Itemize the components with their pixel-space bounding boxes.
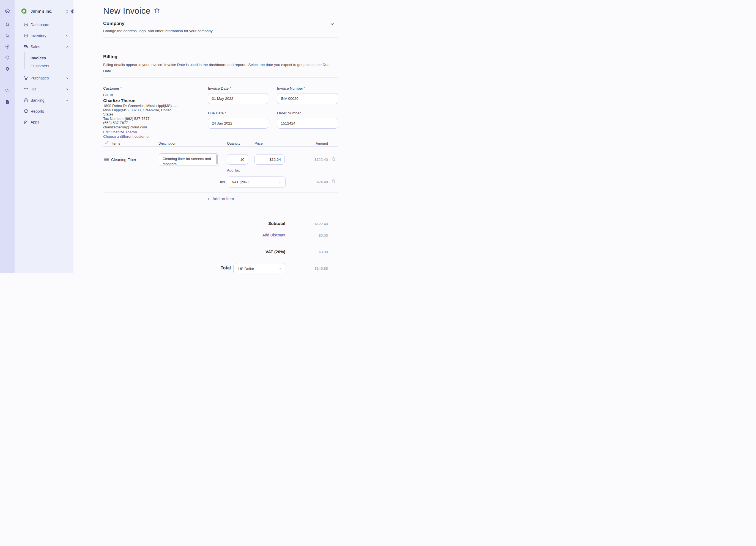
customer-name: Charlize Theron bbox=[103, 98, 135, 103]
invoice-number-label: Invoice Number* bbox=[277, 86, 305, 91]
company-logo bbox=[21, 8, 28, 15]
customer-phone: (662) 537-7677 - bbox=[103, 121, 180, 125]
chevron-down-icon bbox=[65, 87, 69, 91]
vat-amount: $0.00 bbox=[294, 250, 328, 254]
favorites-heart-icon[interactable] bbox=[5, 88, 10, 93]
bill-to-label: Bill To bbox=[103, 93, 113, 97]
sidebar-item-sales[interactable]: Sales bbox=[15, 43, 73, 50]
reports-chart-icon bbox=[24, 109, 28, 114]
banking-bank-icon bbox=[24, 98, 28, 103]
billing-section-title: Billing bbox=[103, 54, 117, 60]
inventory-box-icon bbox=[24, 33, 28, 38]
currency-select-value: US Dollar bbox=[238, 267, 254, 271]
tax-label: Tax bbox=[206, 180, 225, 184]
currency-select[interactable]: US Dollar bbox=[233, 263, 285, 273]
sidebar-item-invoices[interactable]: Invoices bbox=[15, 54, 73, 62]
company-section-chevron-down-icon[interactable] bbox=[330, 22, 335, 26]
choose-customer-link[interactable]: Choose a different customer bbox=[103, 135, 150, 139]
dashboard-gauge-icon bbox=[24, 22, 28, 27]
item-name: Cleaning Fiber bbox=[111, 158, 136, 162]
app-root: John' s Inc. Dashboard Inventory Sales I… bbox=[0, 0, 378, 273]
chevron-down-icon bbox=[278, 267, 282, 271]
divider bbox=[103, 193, 338, 193]
chevron-up-icon bbox=[65, 45, 69, 49]
chevron-down-icon bbox=[278, 180, 282, 184]
add-item-button[interactable]: + Add an Item bbox=[103, 197, 338, 201]
company-name: John' s Inc. bbox=[31, 9, 52, 13]
purchases-cart-icon bbox=[24, 76, 28, 80]
divider bbox=[103, 77, 338, 78]
main-content: New Invoice Company Change the address, … bbox=[73, 0, 378, 273]
add-tax-link[interactable]: Add Tax bbox=[227, 168, 240, 172]
subtotal-label: Subtotal bbox=[194, 221, 285, 226]
account-icon[interactable] bbox=[5, 8, 10, 13]
settings-gear-icon[interactable] bbox=[5, 55, 10, 60]
company-section-title: Company bbox=[103, 21, 124, 26]
page-title: New Invoice bbox=[103, 6, 160, 16]
invoice-number-input[interactable] bbox=[277, 93, 338, 104]
sales-money-icon bbox=[24, 44, 28, 49]
description-column-header: Description bbox=[158, 141, 176, 146]
item-list-icon[interactable] bbox=[104, 157, 109, 162]
amount-column-header: Amount bbox=[300, 141, 328, 146]
sidebar-item-inventory[interactable]: Inventory bbox=[15, 32, 73, 39]
customer-address: 1800 Debra Dr Greenville, Mississippi(MS… bbox=[103, 104, 180, 130]
description-scrollbar-thumb[interactable] bbox=[216, 155, 218, 164]
company-switcher-icon[interactable] bbox=[65, 9, 69, 15]
chevron-down-icon bbox=[65, 99, 69, 102]
tax-select-value: VAT (20%) bbox=[232, 180, 250, 184]
edit-customer-link[interactable]: Edit Charlize Theron bbox=[103, 130, 137, 134]
sidebar-item-hr[interactable]: HR bbox=[15, 86, 73, 93]
vat-label: VAT (20%) bbox=[194, 250, 285, 254]
sidebar-item-apps[interactable]: Apps bbox=[15, 119, 73, 126]
hr-people-icon bbox=[24, 87, 28, 91]
delete-item-trash-icon[interactable] bbox=[332, 157, 336, 161]
create-new-plus-icon[interactable] bbox=[5, 44, 10, 49]
sidebar: John' s Inc. Dashboard Inventory Sales I… bbox=[15, 0, 73, 273]
customer-label: Customer* bbox=[103, 86, 122, 91]
delete-tax-trash-icon[interactable] bbox=[332, 179, 336, 183]
favorite-star-icon[interactable] bbox=[154, 7, 160, 13]
customer-tax-number: Tax Number: (662) 537-7677 bbox=[103, 117, 180, 121]
invoice-date-label: Invoice Date* bbox=[208, 86, 231, 91]
quantity-column-header: Quantity bbox=[227, 141, 240, 146]
edit-pencil-icon[interactable] bbox=[105, 140, 109, 145]
item-amount: $122.40 bbox=[294, 158, 328, 162]
order-number-input[interactable] bbox=[277, 118, 338, 129]
item-price-input[interactable] bbox=[254, 154, 285, 165]
sidebar-item-dashboard[interactable]: Dashboard bbox=[15, 21, 73, 28]
due-date-label: Due Date* bbox=[208, 111, 226, 115]
documents-file-icon[interactable] bbox=[5, 100, 10, 104]
price-column-header: Price bbox=[254, 141, 263, 146]
tax-select[interactable]: VAT (20%) bbox=[227, 177, 286, 188]
icon-rail bbox=[0, 0, 15, 273]
table-header-divider bbox=[103, 146, 338, 147]
subtotal-amount: $122.40 bbox=[294, 222, 328, 226]
divider bbox=[103, 37, 338, 38]
item-description-input[interactable]: Cleaning fiber for screens and monitors bbox=[159, 154, 219, 166]
tax-amount: $24.48 bbox=[294, 180, 328, 184]
invoice-date-input[interactable] bbox=[208, 93, 268, 104]
item-quantity-input[interactable] bbox=[227, 154, 248, 165]
total-label: Total bbox=[203, 266, 231, 271]
total-amount: $146.88 bbox=[294, 267, 328, 271]
sidebar-item-banking[interactable]: Banking bbox=[15, 97, 73, 104]
sidebar-item-reports[interactable]: Reports bbox=[15, 108, 73, 115]
search-icon[interactable] bbox=[5, 33, 10, 38]
notifications-bell-icon[interactable] bbox=[5, 22, 10, 27]
order-number-label: Order Number bbox=[277, 111, 301, 115]
apps-rocket-icon bbox=[24, 120, 28, 124]
add-discount-link[interactable]: Add Discount bbox=[194, 233, 285, 237]
plus-icon: + bbox=[207, 197, 210, 201]
support-lifebuoy-icon[interactable] bbox=[5, 67, 10, 71]
chevron-down-icon bbox=[65, 76, 69, 80]
sidebar-item-customers[interactable]: Customers bbox=[15, 62, 73, 70]
discount-amount: $0.00 bbox=[294, 234, 328, 238]
items-column-header: Items bbox=[111, 141, 120, 146]
sidebar-item-purchases[interactable]: Purchases bbox=[15, 75, 73, 82]
billing-section-description: Billing details appear in your invoice. … bbox=[103, 62, 339, 74]
chevron-down-icon bbox=[65, 34, 69, 38]
due-date-input[interactable] bbox=[208, 118, 268, 129]
customer-email: charlizetheron@icloud.com bbox=[103, 125, 180, 130]
company-section-description: Change the address, logo, and other info… bbox=[103, 29, 213, 33]
